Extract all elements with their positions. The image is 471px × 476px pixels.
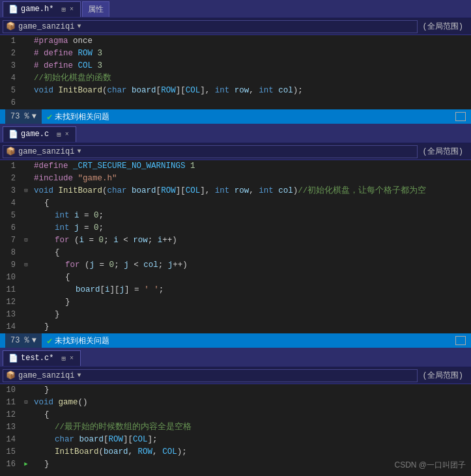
fold-indicator[interactable]: ⊟ <box>21 234 31 247</box>
status-bar-game-h: 73 % ▼ ✔ 未找到相关问题 <box>0 109 471 124</box>
zoom-control[interactable]: 73 % ▼ <box>5 333 42 348</box>
line-number: 4 <box>0 72 21 85</box>
code-area-game-h: 1 #pragma once 2 # define ROW 3 3 # defi… <box>0 35 471 109</box>
editor-section-test-c: 📄 test.c* ⊞ × 📦 game_sanziqi ▼ (全局范围) 10… <box>0 349 471 476</box>
line-gutter <box>21 160 31 173</box>
line-gutter <box>21 284 31 296</box>
code-line: 4 { <box>0 197 471 210</box>
code-line: 8 { <box>0 247 471 259</box>
editor-section-game-h: 📄 game.h* ⊞ × 属性 📦 game_sanziqi ▼ (全局范围)… <box>0 0 471 125</box>
watermark-text: CSDN @一口叫团子 <box>394 460 466 471</box>
code-line: 12 } <box>0 296 471 309</box>
line-content: # define ROW 3 <box>31 48 471 60</box>
code-line: 15 InitBoard(board, ROW, COL); <box>0 446 471 458</box>
line-content: board[i][j] = ' '; <box>31 284 471 296</box>
code-line: 5 int i = 0; <box>0 210 471 222</box>
code-line: 2 #include "game.h" <box>0 173 471 185</box>
scope-label: game_sanziqi <box>18 22 74 31</box>
tab-pin-icon[interactable]: ⊞ <box>57 130 61 139</box>
zoom-control[interactable]: 73 % ▼ <box>5 109 42 124</box>
tab-game-c[interactable]: 📄 game.c ⊞ × <box>3 126 76 142</box>
line-number: 6 <box>0 222 21 234</box>
fold-indicator[interactable]: ⊟ <box>21 397 31 409</box>
line-number: 14 <box>0 434 21 446</box>
code-line: 6 int j = 0; <box>0 222 471 234</box>
line-gutter <box>21 48 31 60</box>
line-content: } <box>31 384 471 397</box>
scope-dropdown[interactable]: 📦 game_sanziqi ▼ <box>3 20 418 33</box>
code-line: 11 ⊟ void game() <box>0 397 471 409</box>
line-content: char board[ROW][COL]; <box>31 434 471 446</box>
code-line: 14 char board[ROW][COL]; <box>0 434 471 446</box>
line-gutter <box>21 173 31 185</box>
line-number: 6 <box>0 97 21 109</box>
status-check-icon: ✔ <box>47 335 52 346</box>
line-content: int i = 0; <box>31 210 471 222</box>
code-line: 10 } <box>0 384 471 397</box>
code-line: 12 { <box>0 409 471 421</box>
line-content: { <box>31 272 471 284</box>
line-gutter <box>21 210 31 222</box>
scope-label: game_sanziqi <box>18 371 74 380</box>
fold-indicator[interactable]: ⊟ <box>21 259 31 272</box>
code-line: 14 } <box>0 321 471 333</box>
zoom-value: 73 % <box>10 112 29 121</box>
tab-icon: 📄 <box>8 5 18 14</box>
scope-dropdown[interactable]: 📦 game_sanziqi ▼ <box>3 145 418 158</box>
tab-pin-icon[interactable]: ⊞ <box>61 354 66 363</box>
tab-label: 属性 <box>88 4 104 15</box>
dropdown-chevron: ▼ <box>77 372 81 379</box>
line-content: #define _CRT_SECURE_NO_WARNINGS 1 <box>31 160 471 173</box>
tab-pin-icon[interactable]: ⊞ <box>61 5 66 14</box>
line-number: 1 <box>0 160 21 173</box>
line-gutter <box>21 60 31 72</box>
line-gutter <box>21 272 31 284</box>
code-line: 4 //初始化棋盘的函数 <box>0 72 471 85</box>
code-line: 3 # define COL 3 <box>0 60 471 72</box>
line-content: InitBoard(board, ROW, COL); <box>31 446 471 458</box>
status-message: ✔ 未找到相关问题 <box>47 111 109 122</box>
line-number: 3 <box>0 60 21 72</box>
line-number: 1 <box>0 35 21 48</box>
scrollbar-handle[interactable] <box>455 336 466 345</box>
line-content: # define COL 3 <box>31 60 471 72</box>
code-line: 3 ⊟ void InitBoard(char board[ROW][COL],… <box>0 185 471 197</box>
tab-properties[interactable]: 属性 <box>82 1 109 17</box>
scope-label: game_sanziqi <box>18 147 74 156</box>
scrollbar-handle[interactable] <box>455 112 466 121</box>
line-number: 13 <box>0 309 21 321</box>
line-number: 2 <box>0 173 21 185</box>
line-number: 9 <box>0 259 21 272</box>
global-scope-label: (全局范围) <box>418 370 468 381</box>
line-number: 2 <box>0 48 21 60</box>
tab-test-c[interactable]: 📄 test.c* ⊞ × <box>3 350 81 366</box>
code-line: 7 ⊟ for (i = 0; i < row; i++) <box>0 234 471 247</box>
status-bar-game-c: 73 % ▼ ✔ 未找到相关问题 <box>0 333 471 348</box>
line-number: 10 <box>0 272 21 284</box>
tab-label: test.c* <box>21 354 53 363</box>
code-line: 13 } <box>0 309 471 321</box>
line-content: for (i = 0; i < row; i++) <box>31 234 471 247</box>
line-gutter <box>21 97 31 109</box>
tab-close-button[interactable]: × <box>68 355 75 362</box>
breakpoint-indicator: ▶ <box>21 458 31 471</box>
tab-close-button[interactable]: × <box>68 6 75 13</box>
zoom-value: 73 % <box>10 336 29 345</box>
scope-icon: 📦 <box>6 371 16 380</box>
scope-dropdown[interactable]: 📦 game_sanziqi ▼ <box>3 369 418 382</box>
line-number: 8 <box>0 247 21 259</box>
line-gutter <box>21 434 31 446</box>
tab-game-h[interactable]: 📄 game.h* ⊞ × <box>3 1 81 17</box>
tab-label: game.c <box>21 130 49 139</box>
dropdown-chevron: ▼ <box>77 23 81 30</box>
line-gutter <box>21 247 31 259</box>
line-content: } <box>31 321 471 333</box>
line-content: void InitBoard(char board[ROW][COL], int… <box>31 85 471 97</box>
line-gutter <box>21 296 31 309</box>
line-content: for (j = 0; j < col; j++) <box>31 259 471 272</box>
dropdown-chevron: ▼ <box>77 148 81 155</box>
tab-close-button[interactable]: × <box>64 131 70 138</box>
line-content <box>31 97 471 109</box>
line-content: { <box>31 409 471 421</box>
fold-indicator[interactable]: ⊟ <box>21 185 31 197</box>
